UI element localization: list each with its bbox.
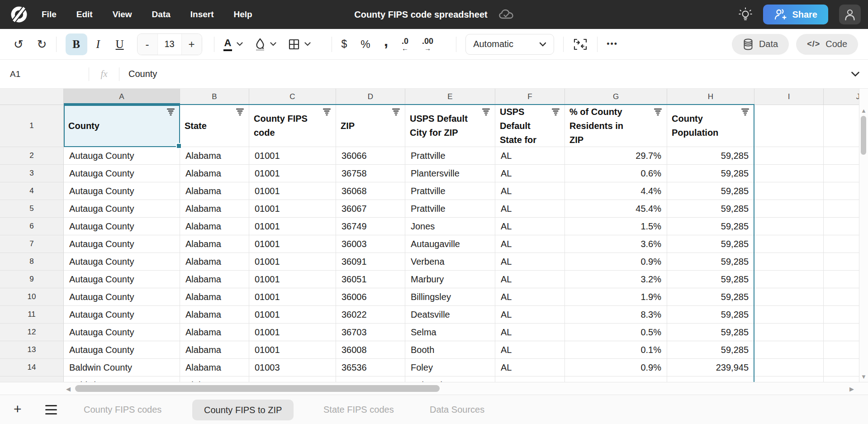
cell-D11[interactable]: 36022	[336, 306, 405, 324]
cell-B5[interactable]: Alabama	[180, 200, 249, 218]
text-color-button[interactable]: A	[223, 37, 243, 51]
underline-button[interactable]: U	[109, 33, 131, 55]
cell-H5[interactable]: 59,285	[667, 200, 754, 218]
cell-C5[interactable]: 01001	[249, 200, 336, 218]
more-options-button[interactable]: •••	[607, 39, 618, 49]
cell-H2[interactable]: 59,285	[667, 147, 754, 165]
chevron-down-icon[interactable]	[304, 42, 311, 46]
column-header-C[interactable]: C	[249, 89, 336, 105]
formula-input[interactable]: County	[128, 69, 157, 79]
cell-E12[interactable]: Selma	[405, 324, 495, 341]
scroll-left-arrow[interactable]: ◀	[66, 386, 71, 392]
filter-icon-column-F[interactable]	[551, 108, 560, 116]
cell-F2[interactable]: AL	[495, 147, 565, 165]
number-format-select[interactable]: Automatic	[465, 34, 554, 55]
cell-D15[interactable]: 36564	[336, 376, 405, 382]
cell-A15[interactable]: Baldwin County	[64, 376, 180, 382]
cell-D2[interactable]: 36066	[336, 147, 405, 165]
cell-F14[interactable]: AL	[495, 359, 565, 376]
cell-C11[interactable]: 01001	[249, 306, 336, 324]
cell-G12[interactable]: 0.5%	[565, 324, 667, 341]
cell-I1[interactable]	[754, 105, 824, 147]
cell-I4[interactable]	[754, 182, 824, 200]
cell-H7[interactable]: 59,285	[667, 235, 754, 253]
cell-G6[interactable]: 1.5%	[565, 218, 667, 235]
cell-A6[interactable]: Autauga County	[64, 218, 180, 235]
cell-E11[interactable]: Deatsville	[405, 306, 495, 324]
cell-H6[interactable]: 59,285	[667, 218, 754, 235]
row-header-6[interactable]: 6	[0, 218, 64, 235]
horizontal-scrollbar-thumb[interactable]	[75, 385, 440, 392]
cell-I14[interactable]	[754, 359, 824, 376]
menu-item-file[interactable]: File	[42, 10, 57, 19]
cell-H13[interactable]: 59,285	[667, 341, 754, 359]
cell-A10[interactable]: Autauga County	[64, 288, 180, 306]
column-header-D[interactable]: D	[336, 89, 405, 105]
scroll-up-arrow[interactable]: ▲	[861, 108, 867, 114]
cell-D14[interactable]: 36536	[336, 359, 405, 376]
cell-B7[interactable]: Alabama	[180, 235, 249, 253]
column-header-H[interactable]: H	[667, 89, 754, 105]
row-header-9[interactable]: 9	[0, 271, 64, 288]
cell-C7[interactable]: 01001	[249, 235, 336, 253]
cell-B1[interactable]: State	[180, 105, 249, 147]
menu-item-insert[interactable]: Insert	[190, 10, 214, 19]
cell-H3[interactable]: 59,285	[667, 165, 754, 182]
cell-H11[interactable]: 59,285	[667, 306, 754, 324]
column-header-G[interactable]: G	[565, 89, 667, 105]
filter-icon-column-D[interactable]	[391, 108, 401, 116]
cell-C8[interactable]: 01001	[249, 253, 336, 271]
vertical-scrollbar-thumb[interactable]	[861, 116, 866, 155]
cell-B14[interactable]: Alabama	[180, 359, 249, 376]
cell-H4[interactable]: 59,285	[667, 182, 754, 200]
sheet-tab-state-fips-codes[interactable]: State FIPS codes	[323, 395, 394, 424]
avatar-button[interactable]	[839, 5, 861, 24]
cell-B4[interactable]: Alabama	[180, 182, 249, 200]
scroll-right-arrow[interactable]: ▶	[849, 386, 854, 392]
cell-I13[interactable]	[754, 341, 824, 359]
cell-H10[interactable]: 59,285	[667, 288, 754, 306]
row-header-1[interactable]: 1	[0, 105, 64, 147]
bold-button[interactable]: B	[66, 33, 87, 55]
cell-F15[interactable]: AL	[495, 376, 565, 382]
cell-H14[interactable]: 239,945	[667, 359, 754, 376]
cell-G10[interactable]: 1.9%	[565, 288, 667, 306]
rows-logo-icon[interactable]	[10, 5, 28, 24]
cell-F4[interactable]: AL	[495, 182, 565, 200]
cell-G11[interactable]: 8.3%	[565, 306, 667, 324]
row-header-5[interactable]: 5	[0, 200, 64, 218]
cell-F12[interactable]: AL	[495, 324, 565, 341]
cell-B12[interactable]: Alabama	[180, 324, 249, 341]
cell-E14[interactable]: Foley	[405, 359, 495, 376]
borders-button[interactable]	[288, 38, 311, 50]
italic-button[interactable]: I	[87, 33, 109, 55]
cell-D3[interactable]: 36758	[336, 165, 405, 182]
cell-I8[interactable]	[754, 253, 824, 271]
cell-I7[interactable]	[754, 235, 824, 253]
cell-F11[interactable]: AL	[495, 306, 565, 324]
sheet-tab-county-fips-codes[interactable]: County FIPS codes	[84, 395, 161, 424]
cell-F9[interactable]: AL	[495, 271, 565, 288]
fill-color-button[interactable]	[255, 38, 276, 51]
cell-G2[interactable]: 29.7%	[565, 147, 667, 165]
cell-B3[interactable]: Alabama	[180, 165, 249, 182]
row-header-8[interactable]: 8	[0, 253, 64, 271]
cell-C6[interactable]: 01001	[249, 218, 336, 235]
cell-G13[interactable]: 0.1%	[565, 341, 667, 359]
menu-item-view[interactable]: View	[113, 10, 132, 19]
cell-G15[interactable]: 0.6%	[565, 376, 667, 382]
sheet-tab-data-sources[interactable]: Data Sources	[430, 395, 484, 424]
decrease-decimal-button[interactable]: .0 ←	[402, 37, 408, 52]
cell-C14[interactable]: 01003	[249, 359, 336, 376]
cell-G1[interactable]: % of County Residents in ZIP	[565, 105, 667, 147]
add-sheet-button[interactable]: +	[14, 401, 22, 417]
row-header-7[interactable]: 7	[0, 235, 64, 253]
column-header-B[interactable]: B	[180, 89, 249, 105]
cell-G14[interactable]: 0.9%	[565, 359, 667, 376]
cell-F6[interactable]: AL	[495, 218, 565, 235]
cell-E2[interactable]: Prattville	[405, 147, 495, 165]
row-header-2[interactable]: 2	[0, 147, 64, 165]
share-button[interactable]: Share	[763, 5, 828, 24]
cell-A13[interactable]: Autauga County	[64, 341, 180, 359]
row-header-13[interactable]: 13	[0, 341, 64, 359]
